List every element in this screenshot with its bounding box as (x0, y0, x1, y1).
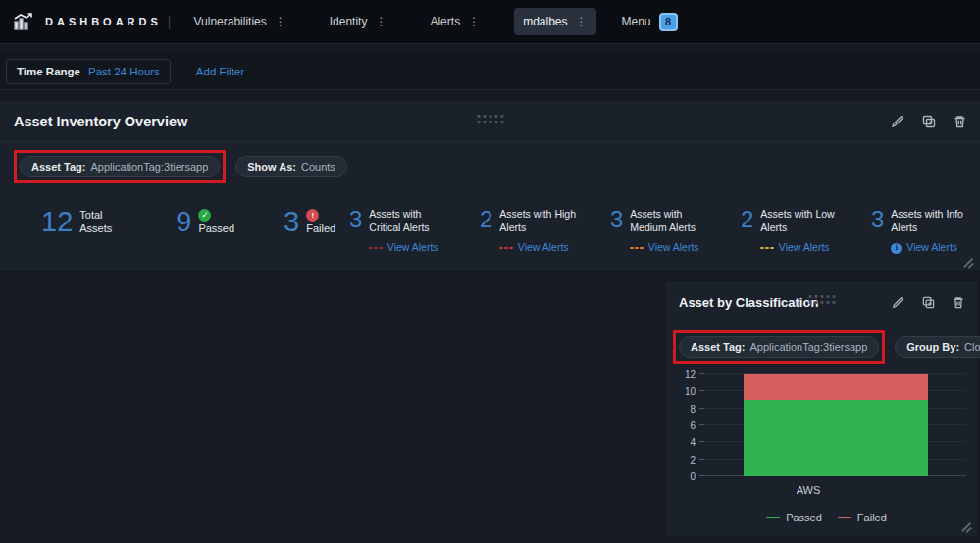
alert-stat-low: 2Assets with Low AlertsView Alerts (741, 207, 871, 255)
panel-filters-row: Asset Tag: ApplicationTag:3tiersapp Grou… (665, 322, 978, 371)
y-tick-label: 8 (690, 403, 696, 414)
view-alerts-label[interactable]: View Alerts (906, 241, 957, 255)
legend-item-failed[interactable]: Failed (838, 512, 887, 523)
filter-bar: Time Range Past 24 Hours Add Filter (0, 54, 980, 90)
kebab-dots-icon[interactable]: ⋮ (576, 16, 588, 27)
y-tick-label: 6 (690, 420, 696, 431)
duplicate-icon[interactable] (922, 296, 935, 309)
alert-stat-medium: 3Assets with Medium AlertsView Alerts (610, 207, 741, 255)
nav-item-label: Vulnerabilities (193, 15, 266, 28)
top-navigation: DASHBOARDS | Vulnerabilities ⋮ Identity … (0, 0, 980, 44)
menu-button[interactable]: Menu 8 (622, 13, 678, 31)
y-tick-label: 10 (685, 386, 696, 397)
alert-stat-info: 3Assets with Info AlertsiView Alerts (871, 207, 980, 255)
stat-label: Assets with Low Alerts (760, 208, 841, 234)
chip-value: ApplicationTag:3tiersapp (90, 161, 208, 173)
severity-high-icon (499, 247, 513, 249)
legend-label: Passed (786, 512, 822, 523)
panel-filters-row: Asset Tag: ApplicationTag:3tiersapp Show… (0, 142, 980, 191)
legend-swatch-icon (838, 517, 851, 519)
bar-segment-passed[interactable] (744, 400, 928, 476)
brand: DASHBOARDS (14, 13, 162, 30)
annotation-highlight-box: Asset Tag: ApplicationTag:3tiersapp (14, 150, 226, 183)
nav-item-identity[interactable]: Identity ⋮ (321, 8, 396, 35)
stat-label: Assets with Critical Alerts (369, 208, 449, 234)
severity-low-icon (760, 247, 774, 249)
stat-label: Total Assets (79, 209, 127, 236)
resize-diagonal-icon[interactable] (962, 255, 974, 267)
chip-label: Asset Tag: (691, 341, 745, 353)
pencil-icon[interactable] (891, 115, 904, 128)
trash-icon[interactable] (953, 296, 964, 309)
legend-swatch-icon (766, 517, 780, 519)
nav-item-label: Identity (330, 15, 368, 28)
error-circle-icon: ! (306, 209, 319, 222)
bar-chart-logo-icon (14, 13, 33, 30)
add-filter-button[interactable]: Add Filter (196, 66, 244, 77)
kebab-dots-icon[interactable]: ⋮ (375, 16, 387, 27)
view-alerts-label[interactable]: View Alerts (518, 241, 569, 255)
asset-inventory-overview-panel: Asset Inventory Overview Asset Tag: Appl… (0, 101, 980, 272)
pencil-icon[interactable] (892, 296, 904, 309)
view-alerts-link[interactable]: View Alerts (760, 241, 841, 255)
stat-value: 3 (284, 207, 299, 236)
chip-value: ApplicationTag:3tiersapp (749, 341, 867, 353)
annotation-highlight-box: Asset Tag: ApplicationTag:3tiersapp (673, 330, 885, 364)
brand-label: DASHBOARDS (45, 16, 162, 27)
inventory-stats-row: 12 Total Assets 9 ✓ Passed 3 ! Failed 3A… (0, 191, 980, 258)
view-alerts-link[interactable]: iView Alerts (891, 241, 971, 255)
stat-label: Assets with Info Alerts (891, 208, 971, 234)
asset-tag-chip[interactable]: Asset Tag: ApplicationTag:3tiersapp (679, 336, 879, 358)
drag-handle-dots-icon[interactable] (477, 115, 503, 123)
kebab-dots-icon[interactable]: ⋮ (468, 16, 480, 27)
stat-value: 3 (871, 207, 884, 255)
chart-plot-area: 024681012 (704, 374, 966, 476)
view-alerts-label[interactable]: View Alerts (648, 241, 699, 255)
time-range-filter[interactable]: Time Range Past 24 Hours (6, 59, 171, 84)
panel-title: Asset Inventory Overview (14, 114, 187, 129)
view-alerts-label[interactable]: View Alerts (387, 241, 438, 255)
resize-diagonal-icon[interactable] (960, 519, 972, 531)
stat-value: 2 (480, 207, 492, 255)
asset-tag-chip[interactable]: Asset Tag: ApplicationTag:3tiersapp (20, 156, 220, 177)
bar-segment-failed[interactable] (744, 374, 928, 400)
panel-title: Asset by Classification (679, 295, 818, 310)
chip-value: Cloud Type (964, 341, 980, 353)
view-alerts-link[interactable]: View Alerts (499, 241, 580, 255)
nav-item-mdalbes[interactable]: mdalbes ⋮ (514, 8, 595, 35)
alert-stat-critical: 3Assets with Critical AlertsView Alerts (349, 207, 480, 255)
time-range-value[interactable]: Past 24 Hours (88, 66, 160, 77)
nav-item-vulnerabilities[interactable]: Vulnerabilities ⋮ (184, 8, 294, 35)
view-alerts-link[interactable]: View Alerts (630, 241, 710, 255)
stacked-bar-aws[interactable] (744, 374, 928, 476)
panel-header: Asset Inventory Overview (0, 101, 980, 142)
group-by-chip[interactable]: Group By: Cloud Type (895, 336, 980, 358)
duplicate-icon[interactable] (922, 115, 936, 128)
x-axis-category-label: AWS (704, 484, 966, 496)
nav-item-label: mdalbes (523, 15, 567, 28)
severity-critical-icon (369, 247, 383, 249)
severity-medium-icon (630, 247, 644, 249)
nav-item-alerts[interactable]: Alerts ⋮ (421, 8, 489, 35)
total-assets-stat: 12 Total Assets (41, 207, 127, 236)
kebab-dots-icon[interactable]: ⋮ (275, 16, 286, 27)
panel-header: Asset by Classification (665, 281, 978, 322)
chip-value: Counts (301, 161, 335, 173)
stat-value: 3 (349, 207, 362, 255)
stat-label: Passed (198, 222, 234, 236)
trash-icon[interactable] (954, 115, 966, 128)
stat-label: Assets with High Alerts (499, 208, 580, 234)
legend-item-passed[interactable]: Passed (766, 512, 822, 523)
nav-item-label: Alerts (430, 15, 460, 28)
drag-handle-dots-icon[interactable] (808, 295, 835, 304)
stat-value: 3 (610, 207, 623, 255)
chip-label: Group By: (906, 341, 959, 353)
passed-stat: 9 ✓ Passed (176, 207, 234, 236)
alert-stats-group: 3Assets with Critical AlertsView Alerts2… (320, 207, 980, 255)
view-alerts-label[interactable]: View Alerts (779, 241, 830, 255)
y-tick-label: 2 (690, 454, 696, 465)
check-circle-icon: ✓ (198, 209, 211, 222)
show-as-chip[interactable]: Show As: Counts (235, 156, 347, 177)
y-tick-label: 0 (690, 471, 696, 482)
view-alerts-link[interactable]: View Alerts (369, 241, 449, 255)
